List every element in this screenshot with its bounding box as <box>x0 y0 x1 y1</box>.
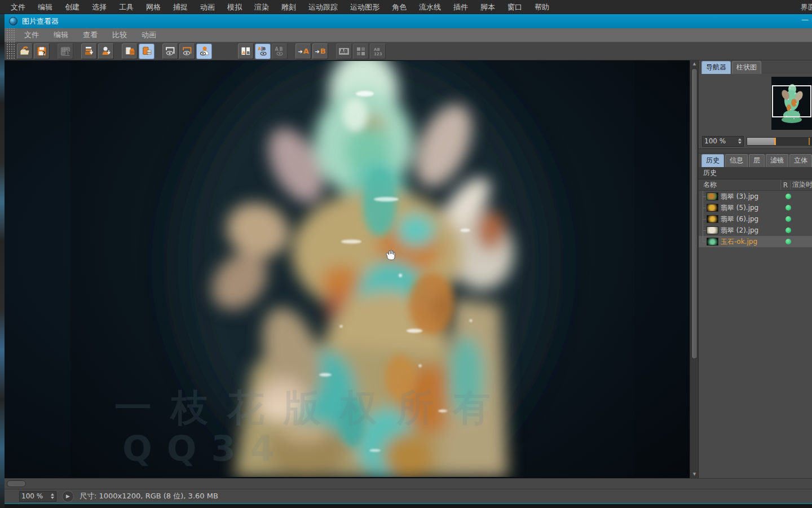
navigator-view-rectangle[interactable] <box>772 85 811 117</box>
scroll-up-arrow-icon[interactable]: ▲ <box>690 60 699 68</box>
stack-download-icon <box>84 46 95 56</box>
history-row[interactable]: 翡翠 (3).jpg <box>699 191 812 202</box>
history-section-header: 历史 <box>699 167 812 179</box>
history-trash-icon <box>125 46 135 56</box>
tab-history[interactable]: 历史 <box>701 154 724 167</box>
tree-connector <box>699 213 707 225</box>
compare-ab-visible-button[interactable]: A B <box>255 43 271 59</box>
app-menu-select[interactable]: 选择 <box>86 0 113 14</box>
show-image-a-button[interactable] <box>162 43 178 59</box>
image-viewport[interactable]: 一枝花版权所有 QQ34 <box>5 60 690 478</box>
open-file-button[interactable] <box>17 43 33 59</box>
app-menu-mograph[interactable]: 运动图形 <box>344 0 386 14</box>
show-image-b-button[interactable] <box>179 43 195 59</box>
history-item-thumbnail <box>707 192 718 200</box>
column-name[interactable]: 名称 <box>699 180 781 190</box>
app-menubar: 文件 编辑 创建 选择 工具 网格 捕捉 动画 模拟 渲染 雕刻 运动跟踪 运动… <box>0 0 812 14</box>
ab-grid-button[interactable] <box>353 43 369 59</box>
app-menu-pipeline[interactable]: 流水线 <box>413 0 447 14</box>
app-menu-plugins[interactable]: 插件 <box>447 0 474 14</box>
window-title: 图片查看器 <box>22 16 59 27</box>
column-render-time[interactable]: 渲染时间 <box>791 180 812 190</box>
statusbar-zoom-value: 100 % <box>21 492 50 500</box>
viewer-menu-view[interactable]: 查看 <box>76 30 105 40</box>
spinner-arrows-icon[interactable] <box>51 493 54 499</box>
set-as-a-button[interactable]: ➜A <box>295 43 311 59</box>
horizontal-scrollbar-thumb[interactable] <box>7 480 26 487</box>
show-user-image-button[interactable] <box>196 43 212 59</box>
delete-history-button[interactable] <box>122 43 138 59</box>
app-menu-mesh[interactable]: 网格 <box>140 0 167 14</box>
tab-histogram[interactable]: 柱状图 <box>732 61 761 74</box>
horizontal-scrollbar-area[interactable] <box>5 478 812 489</box>
compare-ab-panels-button[interactable]: A B <box>238 43 254 59</box>
toolbar-grip-handle[interactable] <box>6 42 15 60</box>
zoom-slider-fill <box>747 138 774 145</box>
app-menu-render[interactable]: 渲染 <box>248 0 275 14</box>
ab-numbers-button[interactable]: AB 123 <box>370 43 386 59</box>
watermark-line1: 一枝花版权所有 <box>114 383 509 433</box>
tab-info[interactable]: 信息 <box>725 154 748 167</box>
background-app-edge <box>0 14 5 508</box>
load-user-image-button[interactable] <box>98 43 114 59</box>
app-menu-interface[interactable]: 界面 <box>801 0 812 14</box>
render-status-dot <box>785 216 791 222</box>
app-menu-edit[interactable]: 编辑 <box>32 0 59 14</box>
navigator-area[interactable] <box>699 74 812 134</box>
rendered-image[interactable]: 一枝花版权所有 QQ34 <box>70 61 634 477</box>
history-row-selected[interactable]: 玉石-ok.jpg <box>699 236 812 247</box>
play-button[interactable]: ▶ <box>62 491 74 502</box>
navigator-zoom-spinner[interactable]: 100 % <box>702 136 744 147</box>
app-menu-create[interactable]: 创建 <box>59 0 86 14</box>
history-row[interactable]: 翡翠 (5).jpg <box>699 202 812 213</box>
picture-viewer-window: 图片查看器 — 文件 编辑 查看 比较 动画 ? <box>5 14 812 504</box>
vertical-scrollbar-thumb[interactable] <box>691 68 698 359</box>
column-r[interactable]: R <box>781 181 791 189</box>
app-menu-script[interactable]: 脚本 <box>474 0 501 14</box>
app-menu-window[interactable]: 窗口 <box>501 0 528 14</box>
navigator-zoom-slider[interactable] <box>747 137 812 146</box>
tab-navigator[interactable]: 导航器 <box>701 61 731 74</box>
tree-connector <box>699 202 707 213</box>
set-as-b-button[interactable]: ➜B <box>312 43 328 59</box>
history-row[interactable]: 翡翠 (2).jpg <box>699 225 812 236</box>
app-menu-motion-tracker[interactable]: 运动跟踪 <box>302 0 344 14</box>
app-menu-tools[interactable]: 工具 <box>113 0 140 14</box>
app-menu-snap[interactable]: 捕捉 <box>167 0 194 14</box>
history-layers-button[interactable] <box>139 43 155 59</box>
spinner-arrows-icon[interactable] <box>738 138 742 144</box>
tab-layer[interactable]: 层 <box>749 154 765 167</box>
render-settings-button[interactable]: 12 <box>58 43 73 59</box>
history-section-title: 历史 <box>703 168 717 178</box>
tab-stereo[interactable]: 立体 <box>789 154 812 167</box>
load-image-stack-button[interactable] <box>81 43 97 59</box>
navigator-zoom-row: 100 % <box>699 134 812 148</box>
menubar-grip-handle[interactable] <box>6 28 15 42</box>
history-row[interactable]: 翡翠 (6).jpg <box>699 213 812 225</box>
viewer-menu-file[interactable]: 文件 <box>17 30 46 40</box>
viewer-menu-compare[interactable]: 比较 <box>105 30 134 40</box>
render-status-dot <box>785 227 791 233</box>
viewer-menu-animation[interactable]: 动画 <box>134 30 164 40</box>
app-menu-animate[interactable]: 动画 <box>194 0 221 14</box>
app-menu-file[interactable]: 文件 <box>5 0 32 14</box>
panel-divider[interactable] <box>699 148 812 154</box>
tab-filter[interactable]: 滤镜 <box>766 154 788 167</box>
app-menu-character[interactable]: 角色 <box>386 0 413 14</box>
statusbar-zoom-spinner[interactable]: 100 % <box>19 491 56 502</box>
titlebar[interactable]: 图片查看器 — <box>5 14 812 28</box>
vertical-scrollbar[interactable]: ▲ ▼ <box>690 60 698 478</box>
app-menu-help[interactable]: 帮助 <box>528 0 555 14</box>
minimize-button[interactable]: — <box>801 15 809 24</box>
info-tabs: 历史 信息 层 滤镜 立体 <box>699 154 812 167</box>
ab-swap-button[interactable]: AB <box>336 43 352 59</box>
scroll-down-arrow-icon[interactable]: ▼ <box>690 471 699 478</box>
app-menu-simulate[interactable]: 模拟 <box>221 0 248 14</box>
svg-text:123: 123 <box>374 52 382 56</box>
viewer-menu-edit[interactable]: 编辑 <box>46 30 76 40</box>
compare-ab-hidden-button[interactable]: A B <box>272 43 288 59</box>
render-status-dot <box>785 205 791 211</box>
save-button[interactable]: ? <box>34 43 50 59</box>
zoom-slider-marker[interactable] <box>774 138 776 145</box>
app-menu-sculpt[interactable]: 雕刻 <box>275 0 302 14</box>
